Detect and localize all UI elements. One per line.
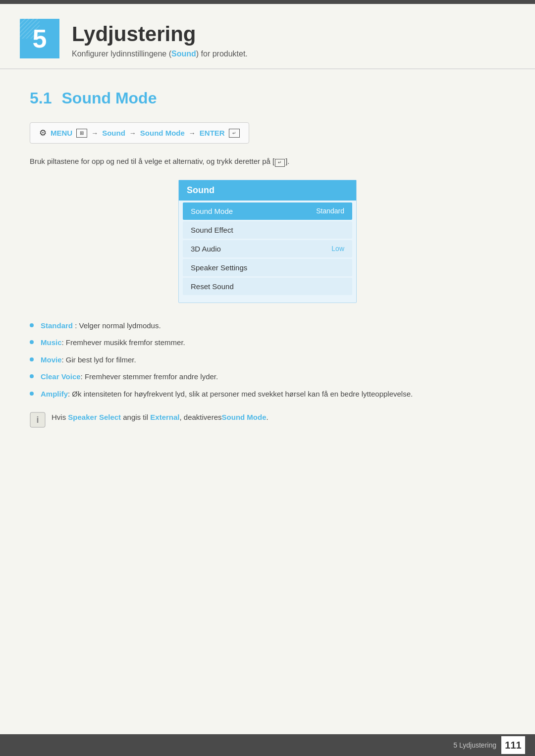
menu-item-label: Sound Effect xyxy=(191,226,233,234)
chapter-header: 5 Lydjustering Konfigurer lydinnstilling… xyxy=(0,4,535,69)
bullet-list: Standard : Velger normal lydmodus. Music… xyxy=(30,320,505,400)
description-text: Bruk piltastene for opp og ned til å vel… xyxy=(30,156,505,167)
chapter-title: Lydjustering xyxy=(72,23,248,46)
menu-container: Sound Sound Mode Standard Sound Effect 3… xyxy=(30,180,505,303)
section-number: 5.1 xyxy=(30,89,52,107)
enter-icon: ↵ xyxy=(229,129,240,138)
menu-item-label: 3D Audio xyxy=(191,245,221,253)
footer-label: 5 Lydjustering xyxy=(453,741,496,749)
bullet-dot xyxy=(30,374,34,378)
bullet-dot xyxy=(30,323,34,327)
menu-item-sound-mode[interactable]: Sound Mode Standard xyxy=(183,202,352,220)
menu-item-sound-effect[interactable]: Sound Effect xyxy=(183,221,352,239)
menu-item-value: Low xyxy=(331,245,344,252)
list-item: Movie: Gir best lyd for filmer. xyxy=(30,354,505,366)
main-content: 5.1 Sound Mode ⚙ MENU ⊞ → Sound → Sound … xyxy=(0,74,535,467)
menu-item-label: Sound Mode xyxy=(191,207,233,215)
nav-path: ⚙ MENU ⊞ → Sound → Sound Mode → ENTER ↵ xyxy=(30,122,249,144)
enter-inline-icon: ↵ xyxy=(275,159,285,167)
sound-menu-header: Sound xyxy=(179,180,356,201)
section-heading: 5.1 Sound Mode xyxy=(30,89,505,107)
menu-item-label: Speaker Settings xyxy=(191,263,247,272)
bullet-dot xyxy=(30,392,34,396)
settings-icon: ⚙ xyxy=(39,128,47,138)
svg-text:i: i xyxy=(36,415,39,425)
nav-enter-label: ENTER xyxy=(200,129,225,137)
page-number: 111 xyxy=(501,736,525,754)
note-box: i Hvis Speaker Select angis til External… xyxy=(30,412,505,428)
nav-sound: Sound xyxy=(102,129,125,137)
footer: 5 Lydjustering 111 xyxy=(0,734,535,756)
list-item: Music: Fremhever musikk fremfor stemmer. xyxy=(30,337,505,349)
chapter-subtitle: Konfigurer lydinnstillingene (Sound) for… xyxy=(72,50,248,58)
nav-sound-mode: Sound Mode xyxy=(140,129,185,137)
note-text: Hvis Speaker Select angis til External, … xyxy=(52,412,268,423)
top-bar xyxy=(0,0,535,4)
list-item: Clear Voice: Fremhever stemmer fremfor a… xyxy=(30,371,505,383)
list-item: Standard : Velger normal lydmodus. xyxy=(30,320,505,332)
menu-item-speaker-settings[interactable]: Speaker Settings xyxy=(183,259,352,276)
menu-item-value: Standard xyxy=(316,207,344,215)
chapter-number: 5 xyxy=(20,19,59,58)
chapter-title-area: Lydjustering Konfigurer lydinnstillingen… xyxy=(72,19,248,58)
menu-item-reset-sound[interactable]: Reset Sound xyxy=(183,278,352,295)
menu-item-label: Reset Sound xyxy=(191,282,234,291)
bullet-dot xyxy=(30,357,34,361)
section-title: Sound Mode xyxy=(61,89,157,107)
bullet-dot xyxy=(30,340,34,344)
list-item: Amplify: Øk intensiteten for høyfrekvent… xyxy=(30,389,505,400)
menu-item-3d-audio[interactable]: 3D Audio Low xyxy=(183,240,352,257)
nav-menu: MENU xyxy=(51,129,72,137)
sound-menu: Sound Sound Mode Standard Sound Effect 3… xyxy=(178,180,357,303)
note-icon: i xyxy=(30,412,46,428)
menu-grid-icon: ⊞ xyxy=(76,129,87,138)
